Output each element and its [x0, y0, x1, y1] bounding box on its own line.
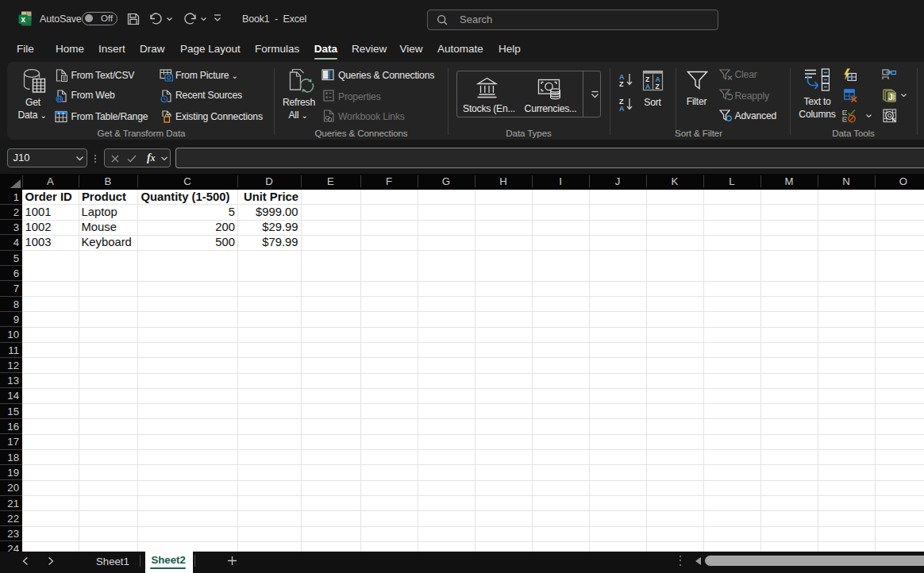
svg-text:Z: Z	[619, 80, 624, 87]
svg-text:A: A	[619, 105, 625, 112]
svg-text:x: x	[21, 15, 25, 24]
svg-text:Z: Z	[655, 83, 659, 90]
svg-text:A: A	[619, 73, 625, 81]
svg-text:A: A	[645, 83, 650, 90]
svg-text:J: J	[888, 93, 893, 102]
svg-text:Z: Z	[619, 98, 624, 106]
